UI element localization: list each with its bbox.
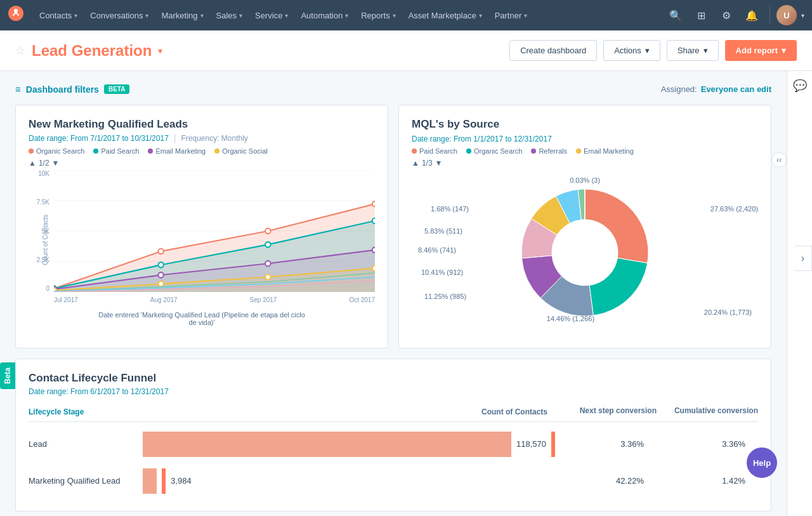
svg-point-9	[158, 249, 163, 255]
avatar-chevron[interactable]: ▾	[801, 12, 804, 19]
chat-icon[interactable]: 💬	[793, 79, 807, 93]
mql-chart-x-label: Date entered 'Marketing Qualified Lead (…	[29, 311, 375, 326]
y-label-0: 0	[46, 285, 49, 292]
assigned-value[interactable]: Everyone can edit	[701, 84, 771, 94]
svg-point-20	[265, 261, 270, 267]
mql-source-legend: Paid Search Organic Search Referrals Ema…	[412, 147, 758, 155]
beta-tab[interactable]: Beta	[0, 362, 15, 389]
top-nav: Contacts▾ Conversations▾ Marketing▾ Sale…	[0, 0, 812, 30]
legend-referrals: Referrals	[531, 147, 567, 155]
avatar[interactable]: U	[776, 5, 797, 25]
search-icon[interactable]: 🔍	[664, 4, 687, 27]
mql-chart-date: Date range: From 7/1/2017 to 10/31/2017	[29, 134, 169, 143]
nav-service[interactable]: Service▾	[249, 0, 294, 30]
svg-point-27	[552, 220, 618, 286]
mql-source-date: Date range: From 1/1/2017 to 12/31/2017	[412, 135, 552, 143]
nav-marketing[interactable]: Marketing▾	[155, 0, 209, 30]
settings-icon[interactable]: ⚙	[715, 4, 738, 27]
svg-point-11	[372, 201, 375, 207]
title-dropdown-icon[interactable]: ▾	[158, 46, 162, 56]
hubspot-logo[interactable]	[8, 5, 24, 25]
mql-source-title: MQL's by Source	[412, 118, 758, 131]
nav-asset-marketplace[interactable]: Asset Marketplace▾	[402, 0, 488, 30]
actions-button[interactable]: Actions ▾	[603, 40, 660, 61]
assigned-label: Assigned:	[661, 84, 697, 94]
funnel-header-lifecycle: Lifecycle Stage	[29, 407, 143, 416]
source-pagination-down-icon[interactable]: ▼	[435, 159, 443, 168]
mql-chart-title: New Marketing Qualified Leads	[29, 118, 375, 131]
source-pagination-up-icon[interactable]: ▲	[412, 159, 419, 168]
mql-chart-freq: Frequency: Monthly	[181, 134, 247, 143]
x-label-oct: Oct 2017	[349, 296, 375, 303]
mql-source-pie-svg	[483, 170, 686, 335]
filter-icon: ≡	[15, 84, 21, 95]
y-label-25k: 2.5K	[36, 256, 49, 263]
x-label-jul: Jul 2017	[54, 296, 78, 303]
header-bar: ☆ Lead Generation ▾ Create dashboard Act…	[0, 30, 812, 71]
legend-item-paid-search: Paid Search	[93, 147, 139, 155]
actions-chevron-icon: ▾	[645, 46, 650, 55]
collapse-left-button[interactable]: ‹‹	[771, 152, 787, 168]
svg-point-24	[158, 281, 163, 287]
next-panel-button[interactable]: ›	[794, 246, 812, 271]
add-report-button[interactable]: Add report ▾	[725, 40, 797, 61]
funnel-label-mql: Marketing Qualified Lead	[29, 464, 143, 498]
funnel-card: Contact Lifecycle Funnel Date range: Fro…	[15, 359, 771, 512]
funnel-header-count: Count of Contacts	[143, 407, 555, 416]
svg-point-14	[158, 262, 163, 268]
funnel-row-mql: Marketing Qualified Lead 3,984 42.22% 1.…	[29, 464, 758, 498]
nav-partner[interactable]: Partner▾	[488, 0, 534, 30]
funnel-row-lead: Lead 118,570 3.36% 3.36%	[29, 427, 758, 461]
notification-icon[interactable]: 🔔	[740, 4, 763, 27]
star-icon[interactable]: ☆	[15, 44, 25, 58]
legend-item-email-marketing: Email Marketing	[148, 147, 206, 155]
legend-organic-search: Organic Search	[466, 147, 522, 155]
beta-badge: BETA	[104, 84, 129, 94]
nav-contacts[interactable]: Contacts▾	[33, 0, 84, 30]
x-label-aug: Aug 2017	[150, 296, 178, 303]
funnel-header-next: Next step conversion	[555, 406, 657, 416]
mql-line-chart-svg	[54, 170, 375, 292]
nav-automation[interactable]: Automation▾	[294, 0, 355, 30]
nav-divider	[769, 6, 770, 24]
funnel-next-mql: 42.22%	[555, 476, 657, 486]
y-label-75k: 7.5K	[36, 199, 49, 206]
legend-item-organic-social: Organic Social	[214, 147, 268, 155]
svg-point-16	[372, 218, 375, 224]
mql-source-card: MQL's by Source Date range: From 1/1/201…	[398, 105, 771, 348]
nav-reports[interactable]: Reports▾	[355, 0, 402, 30]
help-button[interactable]: Help	[747, 447, 777, 478]
funnel-count-mql: 3,984	[171, 476, 192, 486]
nav-conversations[interactable]: Conversations▾	[84, 0, 155, 30]
nav-sales[interactable]: Sales▾	[210, 0, 249, 30]
svg-point-21	[372, 248, 375, 253]
page-title: Lead Generation	[32, 42, 152, 60]
create-dashboard-button[interactable]: Create dashboard	[509, 40, 597, 61]
grid-icon[interactable]: ⊞	[690, 4, 712, 27]
funnel-header-cumulative: Cumulative conversion	[657, 406, 758, 416]
share-button[interactable]: Share ▾	[667, 40, 719, 61]
add-report-chevron-icon: ▾	[782, 46, 786, 55]
dashboard-filters-label[interactable]: Dashboard filters	[26, 84, 99, 95]
x-label-sep: Sep 2017	[250, 296, 277, 303]
pagination-up-icon[interactable]: ▲	[29, 159, 36, 168]
y-label-10k: 10K	[38, 170, 49, 177]
svg-point-26	[372, 265, 375, 271]
pie-chart-container: 0.03% (3) 1.68% (147) 5.83% (511) 8.46% …	[412, 170, 758, 335]
funnel-cumulative-mql: 1.42%	[657, 476, 758, 486]
funnel-label-lead: Lead	[29, 427, 143, 461]
pagination-down-icon[interactable]: ▼	[52, 159, 60, 168]
funnel-next-lead: 3.36%	[555, 439, 657, 449]
funnel-title: Contact Lifecycle Funnel	[29, 372, 758, 385]
right-panel: 💬	[787, 71, 812, 516]
legend-email-marketing: Email Marketing	[576, 147, 634, 155]
mql-source-pagination: ▲ 1/3 ▼	[412, 159, 758, 168]
svg-point-25	[265, 274, 270, 280]
funnel-cumulative-lead: 3.36%	[657, 439, 758, 449]
legend-paid-search: Paid Search	[412, 147, 457, 155]
svg-point-19	[158, 272, 163, 278]
svg-point-1	[14, 9, 18, 13]
legend-item-organic-search: Organic Search	[29, 147, 84, 155]
share-chevron-icon: ▾	[704, 46, 708, 55]
funnel-count-lead: 118,570	[516, 439, 546, 449]
